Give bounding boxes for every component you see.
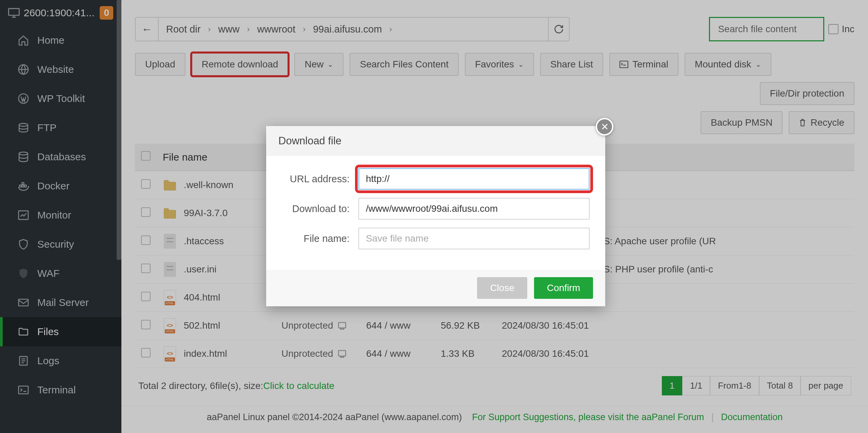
filename-input[interactable] <box>358 228 590 249</box>
modal-close-button[interactable]: ✕ <box>596 118 613 136</box>
filename-row: File name: <box>282 228 590 249</box>
download-file-modal: ✕ Download file URL address: Download to… <box>266 126 605 306</box>
url-row: URL address: <box>282 168 590 190</box>
download-to-input[interactable] <box>358 198 590 220</box>
filename-label: File name: <box>282 233 350 244</box>
url-label: URL address: <box>282 173 350 185</box>
download-to-label: Download to: <box>282 203 350 214</box>
modal-title: Download file <box>266 126 605 156</box>
modal-close-btn[interactable]: Close <box>477 277 527 299</box>
modal-footer: Close Confirm <box>266 270 605 306</box>
download-to-row: Download to: <box>282 198 590 220</box>
url-input[interactable] <box>358 168 590 190</box>
modal-confirm-btn[interactable]: Confirm <box>534 277 593 299</box>
